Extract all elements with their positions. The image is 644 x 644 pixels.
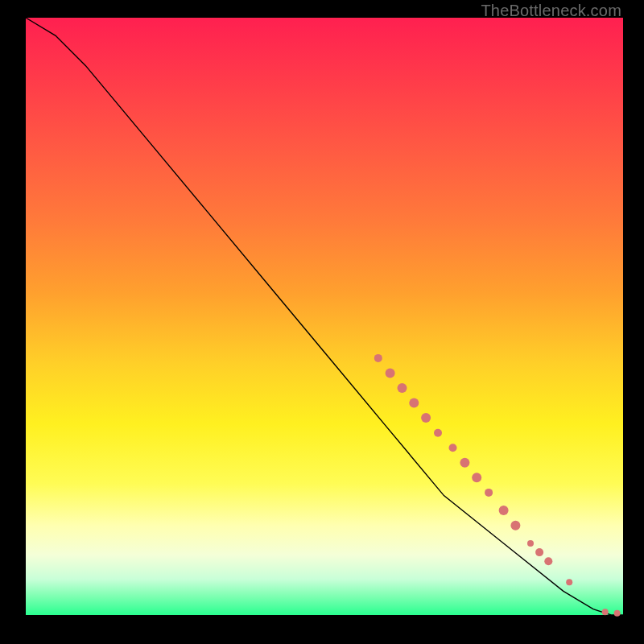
data-point [614,610,621,617]
plot-area [26,18,623,615]
bottleneck-curve [26,18,623,615]
curve-svg [26,18,623,615]
data-point [434,429,442,437]
data-point [535,548,543,556]
data-point [544,557,552,565]
data-point [499,506,509,515]
data-point [527,540,534,547]
data-point [386,369,395,378]
data-point [602,609,609,615]
data-point [510,521,520,530]
chart-stage: TheBottleneck.com [0,0,644,644]
data-point [409,398,419,408]
data-point [398,383,407,393]
data-markers [374,354,621,617]
data-point [374,354,382,362]
data-point [421,413,431,423]
data-point [485,489,493,497]
data-point [566,579,572,585]
data-point [449,444,457,452]
data-point [472,473,481,482]
data-point [460,458,469,468]
